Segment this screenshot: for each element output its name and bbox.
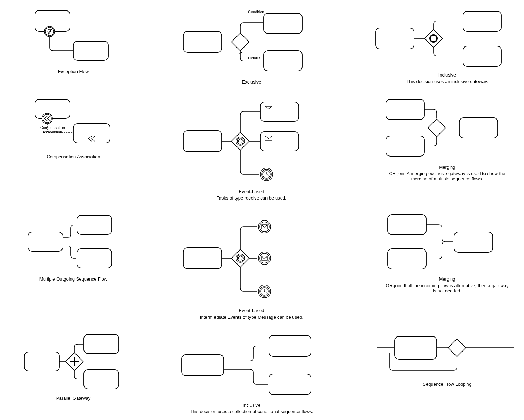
subcaption: Tasks of type receive can be used. [217, 195, 286, 201]
bpmn-task [264, 51, 302, 71]
subcaption: Interm ediate Events of type Message can… [200, 314, 303, 320]
sequence-flow [240, 227, 257, 249]
subcaption: OR-join. A merging exclusive gateway is … [384, 171, 510, 181]
bpmn-task [395, 336, 437, 359]
message-event-icon [258, 252, 271, 265]
sequence-flow [74, 344, 83, 353]
caption: Inclusive [438, 72, 456, 78]
diagram-inclusive-gateway: Inclusive This decision uses an inclusiv… [363, 7, 524, 84]
bpmn-task [84, 334, 119, 354]
caption: Exclusive [242, 79, 261, 85]
bpmn-task [84, 370, 119, 389]
caption: Inclusive [243, 402, 261, 408]
inclusive-gateway-icon [425, 30, 443, 48]
label-condition: Condition [248, 10, 264, 14]
sequence-flow [424, 109, 437, 118]
timer-event-icon [260, 168, 273, 181]
bpmn-task [376, 28, 414, 49]
bpmn-task [386, 99, 424, 120]
diagram-compensation-association: Compensation Association Compensation As… [7, 96, 140, 160]
bpmn-task [260, 132, 299, 151]
sequence-flow [63, 225, 76, 237]
svg-rect-22 [232, 249, 249, 267]
svg-rect-3 [425, 30, 443, 48]
caption: Merging [439, 276, 456, 282]
sequence-flow [434, 21, 462, 30]
sequence-flow [50, 37, 73, 51]
caption: Compensation Association [46, 154, 100, 160]
exclusive-gateway-icon [232, 33, 249, 51]
sequence-flow [240, 267, 257, 291]
diagram-multiple-outgoing: Multiple Outgoing Sequence Flow [7, 211, 140, 282]
diagram-event-based-message: Event-based Interm ediate Events of type… [154, 211, 349, 320]
bpmn-task [73, 124, 110, 143]
svg-rect-2 [232, 33, 249, 51]
bpmn-task [463, 46, 501, 66]
subcaption: This decision uses a collection of condi… [190, 409, 313, 414]
bpmn-task [182, 355, 224, 376]
bpmn-task [459, 118, 498, 138]
diagram-parallel-gateway: Parallel Gateway [7, 330, 140, 401]
diagram-exception-flow: Exception Flow [7, 7, 140, 75]
diagram-exclusive: Condition Default Exclusive [154, 7, 349, 85]
timer-event-icon [258, 285, 271, 298]
caption: Multiple Outgoing Sequence Flow [39, 276, 107, 282]
bpmn-task [77, 249, 112, 268]
diagram-sequence-flow-looping: Sequence Flow Looping [363, 330, 524, 388]
conditional-flow [224, 346, 268, 361]
sequence-flow [240, 23, 263, 33]
bpmn-task [463, 11, 501, 31]
sequence-flow [240, 111, 260, 132]
bpmn-task [183, 31, 222, 52]
bpmn-task [269, 374, 311, 395]
sequence-flow [426, 242, 445, 259]
signal-event-icon [44, 26, 55, 37]
message-icon [265, 106, 272, 111]
sequence-flow [63, 246, 76, 258]
diagram-merging-or: Merging OR-join. A merging exclusive gat… [363, 96, 524, 182]
message-icon [265, 136, 272, 141]
event-based-gateway-icon [232, 132, 249, 150]
caption: Event-based [239, 307, 264, 314]
bpmn-task [388, 249, 426, 269]
bpmn-task [388, 215, 426, 235]
bpmn-task [260, 102, 299, 121]
sequence-flow [74, 370, 83, 379]
bpmn-task [24, 352, 59, 371]
sequence-flow [424, 137, 437, 146]
subcaption: This decision uses an inclusive gateway. [406, 79, 488, 84]
exclusive-gateway-icon [448, 339, 466, 356]
bpmn-task [183, 131, 222, 152]
message-event-icon [258, 220, 271, 233]
diagram-merging-alt: Merging OR-join. If all the incoming flo… [363, 211, 524, 294]
bpmn-task [73, 41, 108, 60]
diagram-inclusive-conditional: Inclusive This decision uses a collectio… [154, 330, 349, 414]
bpmn-task [269, 335, 311, 356]
svg-rect-7 [232, 132, 249, 150]
compensation-event-icon [42, 113, 52, 124]
bpmn-task [264, 13, 302, 34]
diagram-event-based-tasks: Event-based Tasks of type receive can be… [154, 96, 349, 201]
exclusive-gateway-icon [428, 119, 446, 137]
label: Association [43, 130, 62, 134]
conditional-flow [224, 369, 268, 384]
bpmn-task [183, 248, 222, 269]
bpmn-task [28, 232, 63, 251]
sequence-flow [426, 225, 453, 242]
bpmn-task [77, 215, 112, 234]
label: Compensation [40, 125, 65, 130]
label-default: Default [248, 56, 260, 60]
caption: Merging [439, 164, 456, 171]
caption: Parallel Gateway [56, 395, 90, 401]
bpmn-task [35, 99, 70, 118]
caption: Exception Flow [58, 68, 89, 75]
event-based-gateway-icon [232, 249, 249, 267]
bpmn-task [386, 136, 424, 156]
bpmn-task [454, 232, 493, 252]
default-slash-icon [239, 52, 243, 53]
sequence-flow [240, 150, 259, 174]
parallel-gateway-icon [66, 353, 83, 370]
caption: Event-based [239, 189, 264, 195]
sequence-flow [434, 47, 462, 56]
subcaption: OR-join. If all the incoming flow is alt… [384, 283, 510, 294]
